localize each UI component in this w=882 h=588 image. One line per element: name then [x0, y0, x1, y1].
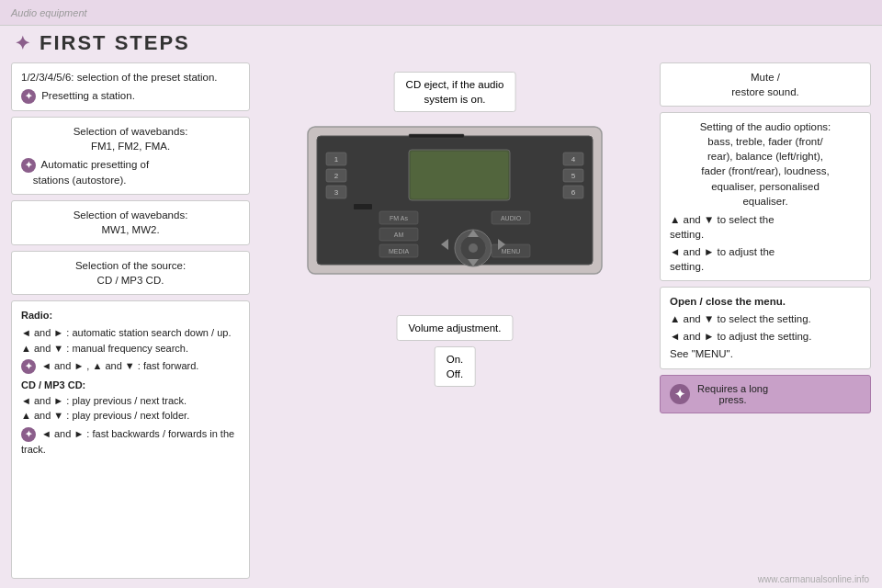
audio-options-text: Setting of the audio options:bass, trebl…: [670, 119, 861, 209]
svg-text:AM: AM: [394, 232, 404, 238]
wavebands1-box: Selection of wavebands: FM1, FM2, FMA. ✦…: [11, 117, 250, 195]
right-column: Mute /restore sound. Setting of the audi…: [660, 62, 871, 579]
on-off-label-box: On.Off.: [435, 346, 476, 387]
wavebands2-box: Selection of wavebands: MW1, MW2.: [11, 200, 250, 244]
long-press-text: Requires a longpress.: [697, 383, 768, 405]
cd-line2: ▲ and ▼ : play previous / next folder.: [21, 408, 240, 424]
mute-text: Mute /restore sound.: [670, 70, 861, 99]
title-row: ✦ FIRST STEPS: [0, 26, 882, 59]
radio-unit-svg: 1 2 3 4 5 6 FM As AM: [299, 108, 611, 292]
source-title: Selection of the source: CD / MP3 CD.: [21, 258, 240, 288]
preset-text: 1/2/3/4/5/6: selection of the preset sta…: [21, 70, 240, 85]
menu-title: Open / close the menu.: [670, 294, 861, 309]
note-icon-2: ✦: [21, 158, 36, 173]
radio-note2: ✦ ◄ and ► : fast backwards / forwards in…: [21, 426, 240, 458]
cd-title: CD / MP3 CD:: [21, 378, 240, 393]
wavebands1-note: ✦ Automatic presetting of stations (auto…: [21, 157, 240, 187]
source-box: Selection of the source: CD / MP3 CD.: [11, 251, 250, 295]
radio-unit-area: 1 2 3 4 5 6 FM As AM: [299, 108, 611, 295]
radio-title: Radio:: [21, 308, 240, 323]
svg-text:3: 3: [334, 188, 339, 197]
long-press-box: ✦ Requires a longpress.: [660, 375, 871, 413]
svg-rect-30: [354, 204, 372, 209]
svg-text:2: 2: [334, 172, 339, 180]
audio-options-box: Setting of the audio options:bass, trebl…: [660, 112, 871, 281]
star-icon: ✦: [15, 32, 30, 54]
mute-box: Mute /restore sound.: [660, 62, 871, 107]
note-icon-4: ✦: [21, 427, 36, 442]
cd-line1: ◄ and ► : play previous / next track.: [21, 393, 240, 409]
radio-line2: ▲ and ▼ : manual frequency search.: [21, 341, 240, 356]
svg-rect-3: [411, 152, 508, 198]
cd-eject-box: CD eject, if the audiosystem is on.: [394, 72, 516, 112]
audio-options-line2: ◄ and ► to adjust thesetting.: [670, 244, 861, 274]
menu-box: Open / close the menu. ▲ and ▼ to select…: [660, 287, 871, 368]
main-content: 1/2/3/4/5/6: selection of the preset sta…: [0, 59, 882, 582]
radio-line1: ◄ and ► : automatic station search down …: [21, 325, 240, 341]
menu-line3: See "MENU".: [670, 346, 861, 361]
long-press-icon: ✦: [670, 384, 690, 404]
menu-line1: ▲ and ▼ to select the setting.: [670, 311, 861, 326]
wavebands2-title: Selection of wavebands: MW1, MW2.: [21, 208, 240, 237]
menu-line2: ◄ and ► to adjust the setting.: [670, 329, 861, 344]
svg-text:6: 6: [571, 188, 576, 197]
svg-text:4: 4: [571, 155, 576, 164]
svg-text:5: 5: [571, 172, 576, 180]
left-column: 1/2/3/4/5/6: selection of the preset sta…: [11, 62, 250, 579]
svg-point-24: [469, 243, 478, 253]
radio-box: Radio: ◄ and ► : automatic station searc…: [11, 300, 250, 579]
note-icon-1: ✦: [21, 89, 36, 104]
radio-note1: ✦ ◄ and ► , ▲ and ▼ : fast forward.: [21, 358, 240, 374]
volume-label-box: Volume adjustment.: [396, 315, 513, 341]
svg-rect-29: [409, 134, 464, 138]
preset-note: ✦ Presetting a station.: [21, 88, 240, 104]
watermark: www.carmanualsonline.info: [758, 574, 869, 584]
svg-text:AUDIO: AUDIO: [501, 215, 522, 221]
svg-text:FM As: FM As: [390, 215, 408, 221]
svg-text:MENU: MENU: [502, 248, 521, 254]
header-bar: Audio equipment: [0, 0, 882, 26]
svg-text:MEDIA: MEDIA: [389, 248, 410, 254]
page-title: FIRST STEPS: [40, 31, 190, 55]
cd-eject-label: CD eject, if the audiosystem is on.: [394, 72, 516, 112]
preset-box: 1/2/3/4/5/6: selection of the preset sta…: [11, 62, 250, 111]
volume-label: Volume adjustment.: [396, 315, 513, 341]
wavebands1-title: Selection of wavebands: FM1, FM2, FMA.: [21, 124, 240, 153]
note-icon-3: ✦: [21, 359, 36, 374]
on-off-label: On.Off.: [435, 346, 476, 387]
audio-options-line1: ▲ and ▼ to select thesetting.: [670, 212, 861, 242]
svg-text:1: 1: [334, 155, 339, 164]
header-label: Audio equipment: [11, 7, 87, 18]
center-column: CD eject, if the audiosystem is on.: [257, 62, 652, 579]
